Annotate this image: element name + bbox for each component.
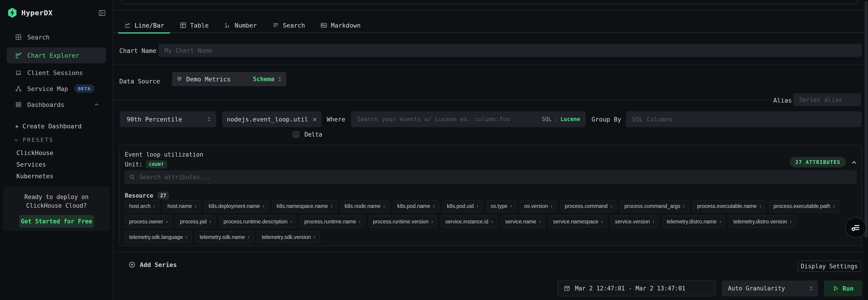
attribute-chip[interactable]: service.name ›	[501, 215, 545, 228]
unit-label: Unit:	[125, 161, 143, 168]
attribute-chip[interactable]: process.runtime.description ›	[219, 215, 297, 228]
query-language-toggle[interactable]: SQL | Lucene	[542, 111, 580, 127]
attribute-chip[interactable]: process.pid ›	[176, 215, 215, 228]
data-source-label: Data Source	[119, 78, 160, 85]
app-title: HyperDX	[22, 9, 53, 17]
preset-item[interactable]: Services	[17, 159, 54, 170]
attribute-chip[interactable]: service.version ›	[611, 215, 659, 228]
divider	[114, 100, 769, 101]
chevron-right-icon: ›	[491, 219, 493, 225]
attribute-chip[interactable]: process.executable.path ›	[769, 200, 839, 212]
sidebar-item-label: Service Map	[27, 85, 68, 92]
preset-item[interactable]: Kubernetes	[17, 170, 54, 182]
chevron-right-icon: ›	[433, 203, 435, 209]
metric-field-name: nodejs.event_loop.util	[227, 116, 308, 123]
hyperdx-logo-icon	[7, 7, 17, 18]
chevron-right-icon: ›	[760, 203, 761, 209]
attribute-chip[interactable]: host.name ›	[163, 200, 200, 212]
attribute-chip[interactable]: os.type ›	[486, 200, 516, 212]
tab-table[interactable]: Table	[174, 18, 215, 33]
dashboards-icon	[15, 101, 22, 108]
alias-input[interactable]	[793, 93, 861, 106]
attribute-chip[interactable]: process.owner ›	[125, 215, 172, 228]
chart-events-filter-button[interactable]	[845, 217, 866, 238]
collapse-panel-icon[interactable]	[850, 159, 858, 166]
metric-field-tag[interactable]: nodejs.event_loop.util ×	[222, 111, 321, 127]
chevron-right-icon: ›	[790, 219, 792, 225]
granularity-select[interactable]: Auto Granularity	[721, 280, 818, 296]
sql-toggle[interactable]: SQL	[542, 116, 552, 122]
attribute-chip[interactable]: k8s.namespace.name ›	[272, 200, 337, 212]
attribute-chip[interactable]: k8s.deployment.name ›	[204, 200, 269, 212]
preset-item[interactable]: ClickHouse	[17, 147, 54, 159]
aggregation-select[interactable]: 90th Percentile	[120, 111, 216, 127]
where-label: Where	[327, 116, 345, 123]
attribute-chip[interactable]: os.version ›	[520, 200, 557, 212]
attribute-chip[interactable]: process.executable.name ›	[693, 200, 766, 212]
tab-label: Line/Bar	[134, 22, 164, 29]
add-series-button[interactable]: Add Series	[128, 261, 177, 268]
sidebar-item-chart-explorer[interactable]: Chart Explorer	[7, 48, 106, 63]
attribute-chip[interactable]: host.arch ›	[125, 200, 159, 212]
create-dashboard-button[interactable]: + Create Dashboard	[15, 122, 82, 130]
scrollbar[interactable]	[864, 0, 868, 300]
group-by-input[interactable]	[626, 111, 862, 127]
delta-label: Delta	[304, 131, 322, 138]
alias-label: Alias	[773, 97, 792, 104]
sidebar-item-service-map[interactable]: Service Map BETA	[0, 82, 113, 96]
metric-description: Event loop utilization	[125, 151, 203, 158]
tab-line-bar[interactable]: Line/Bar	[118, 18, 170, 33]
run-button[interactable]: Run	[824, 280, 862, 296]
attribute-chip[interactable]: telemetry.sdk.version ›	[257, 231, 319, 243]
app-root: HyperDX Search Chart Explorer	[0, 0, 868, 300]
remove-metric-icon[interactable]: ×	[313, 115, 317, 123]
chart-explorer-icon	[15, 52, 22, 59]
display-settings-button[interactable]: Display Settings	[798, 261, 861, 272]
schema-link[interactable]: Schema	[253, 76, 274, 83]
attribute-chip[interactable]: process.runtime.name ›	[300, 215, 365, 228]
presets-header[interactable]: PRESETS	[13, 137, 54, 143]
attribute-chip[interactable]: telemetry.sdk.language ›	[125, 231, 192, 243]
unit-row: Unit: COUNT	[125, 160, 167, 168]
chevron-right-icon: ›	[153, 203, 155, 209]
scrollbar-thumb[interactable]	[865, 1, 868, 238]
attribute-chip[interactable]: service.namespace ›	[549, 215, 607, 228]
lucene-toggle[interactable]: Lucene	[560, 116, 580, 122]
attribute-chip[interactable]: k8s.pod.uid ›	[443, 200, 483, 212]
chevron-up-icon[interactable]	[94, 102, 99, 108]
delta-checkbox[interactable]	[292, 131, 300, 138]
line-chart-icon	[124, 22, 131, 29]
plus-circle-icon	[128, 261, 136, 268]
select-updown-icon	[808, 285, 814, 291]
attribute-search-input[interactable]	[124, 170, 857, 184]
attribute-chip[interactable]: process.runtime.version ›	[369, 215, 437, 228]
tab-number[interactable]: Number	[218, 18, 263, 33]
data-source-select[interactable]: Demo Metrics Schema	[172, 72, 286, 86]
attribute-chip[interactable]: process.command ›	[560, 200, 616, 212]
tab-search[interactable]: Search	[267, 18, 311, 33]
chevron-right-icon: ›	[683, 203, 685, 209]
collapse-sidebar-icon[interactable]	[98, 9, 106, 17]
chevron-right-icon: ›	[601, 219, 603, 225]
attribute-chip[interactable]: telemetry.sdk.name ›	[195, 231, 254, 243]
attribute-chip[interactable]: telemetry.distro.version ›	[729, 215, 796, 228]
tab-markdown[interactable]: Markdown	[314, 18, 366, 33]
filter-list-icon	[850, 222, 861, 233]
sidebar-item-search[interactable]: Search	[0, 30, 113, 44]
sidebar-item-client-sessions[interactable]: Client Sessions	[0, 66, 113, 80]
attribute-chip[interactable]: service.instance.id ›	[441, 215, 497, 228]
sidebar-item-dashboards[interactable]: Dashboards	[0, 98, 113, 112]
time-range-picker[interactable]: Mar 2 12:47:01 - Mar 2 13:47:01	[557, 280, 716, 296]
preset-list: ClickHouseServicesKubernetes	[17, 147, 54, 182]
chevron-right-icon: ›	[290, 219, 292, 225]
chevron-right-icon: ›	[383, 203, 385, 209]
attribute-chip[interactable]: telemetry.distro.name ›	[662, 215, 725, 228]
chevron-right-icon: ›	[833, 203, 835, 209]
attribute-chip[interactable]: k8s.node.name ›	[340, 200, 390, 212]
tab-label: Markdown	[331, 22, 361, 29]
chevron-right-icon: ›	[359, 219, 361, 225]
attribute-chip[interactable]: process.command_args ›	[620, 200, 689, 212]
get-started-button[interactable]: Get Started for Free	[19, 215, 94, 228]
chart-name-input[interactable]	[158, 44, 862, 57]
attribute-chip[interactable]: k8s.pod.name ›	[393, 200, 439, 212]
